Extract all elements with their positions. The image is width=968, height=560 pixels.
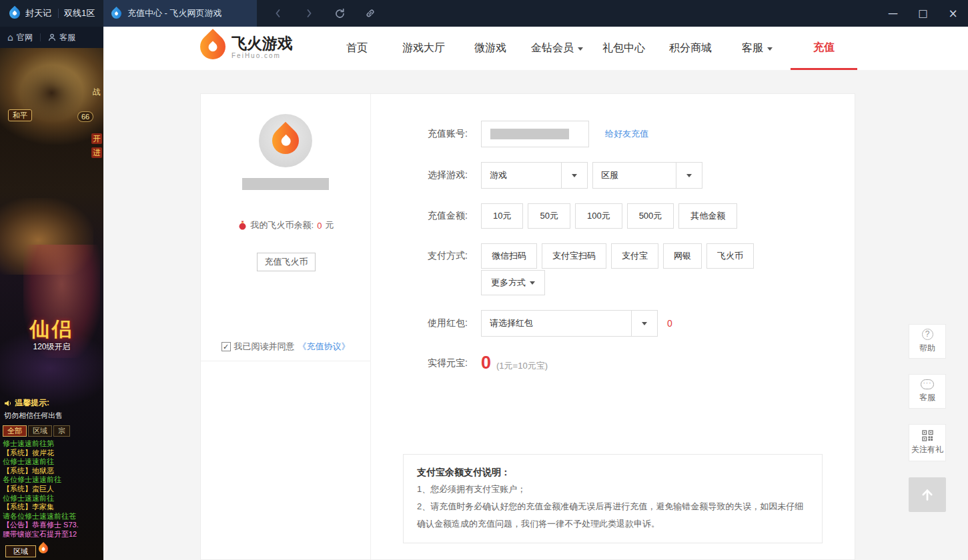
level-badge: 66 (77, 111, 93, 122)
official-site-label: 官网 (17, 32, 33, 43)
game-tab-fengtianji[interactable]: 封天记 (25, 0, 51, 27)
account-input[interactable] (481, 121, 589, 147)
redpacket-select[interactable]: 请选择红包 (481, 310, 658, 337)
nav-item-vip[interactable]: 金钻会员 (524, 27, 590, 70)
chat-tab-all[interactable]: 全部 (3, 425, 27, 437)
recharge-agreement-link[interactable]: 《充值协议》 (298, 341, 350, 353)
minimize-button[interactable]: — (878, 0, 908, 27)
refresh-icon (334, 8, 346, 19)
redpacket-row: 使用红包: 请选择红包 0 (401, 310, 672, 337)
chat-message: 【系统】李家集 (3, 503, 103, 512)
game-tab-server[interactable]: 双线1区 (64, 0, 95, 27)
service-float-button[interactable]: ··· 客服 (909, 374, 946, 409)
home-icon: ⌂ (7, 32, 13, 43)
game-select[interactable]: 游戏 (481, 162, 588, 189)
nav-label: 微游戏 (474, 41, 506, 55)
side-banner[interactable]: 开 进 (91, 133, 102, 158)
recharge-feihuo-coin-button[interactable]: 充值飞火币 (257, 253, 316, 271)
amount-option-100[interactable]: 100元 (575, 203, 622, 229)
amount-row: 充值金额: 10元 50元 100元 500元 其他金额 (401, 203, 742, 229)
maximize-button[interactable]: □ (908, 0, 938, 27)
nav-item-points-mall[interactable]: 积分商城 (657, 27, 724, 70)
customer-service-button[interactable]: 客服 (41, 27, 83, 48)
nav-item-micro-games[interactable]: 微游戏 (457, 27, 524, 70)
titlebar: 封天记 双线1区 充值中心 - 飞火网页游戏 — □ × (0, 0, 968, 27)
more-methods-row: 更多方式 (481, 270, 545, 295)
nav-item-game-hall[interactable]: 游戏大厅 (390, 27, 457, 70)
game-sidebar: ⌂ 官网 客服 和平 66 战 开 进 仙侣 120级开启 (0, 27, 103, 560)
pay-method-label: 支付方式: (401, 250, 468, 262)
recharge-for-friend-link[interactable]: 给好友充值 (605, 128, 648, 140)
chat-log: 修士速速前往第 【系统】彼岸花 位修士速速前往 【系统】地狱恶 各位修士速速前往… (3, 439, 103, 539)
redpacket-count: 0 (667, 318, 672, 329)
page-background: 我的飞火币余额: 0 元 充值飞火币 ✓ 我已阅读并同意 《充值协议》 充值账号… (103, 70, 968, 560)
nav-label: 积分商城 (669, 41, 712, 55)
avatar (259, 114, 312, 167)
chat-tab-sect[interactable]: 宗 (53, 425, 70, 437)
back-button[interactable] (271, 6, 286, 21)
region-button[interactable]: 区域 (5, 545, 36, 557)
follow-button[interactable]: 关注有礼 (909, 424, 946, 461)
forward-icon (304, 8, 314, 19)
close-button[interactable]: × (938, 0, 968, 27)
notice-tip-text: 切勿相信任何出售 (4, 411, 63, 421)
nav-item-recharge[interactable]: 充值 (791, 27, 857, 70)
question-icon: ? (922, 329, 933, 340)
person-icon (48, 33, 56, 41)
site-logo-title: 飞火游戏 (231, 35, 293, 52)
qr-code-icon (922, 430, 933, 441)
caret-down-icon (686, 174, 692, 180)
nav-label: 首页 (346, 41, 368, 55)
chat-tab-region[interactable]: 区域 (28, 425, 52, 437)
chat-message: 【公告】恭喜修士 S73. (3, 521, 103, 530)
link-button[interactable] (363, 6, 378, 21)
nav-item-gift-center[interactable]: 礼包中心 (590, 27, 657, 70)
nav-label: 游戏大厅 (402, 41, 445, 55)
pay-wechat-scan[interactable]: 微信扫码 (481, 243, 537, 269)
side-banner-item[interactable]: 进 (91, 147, 102, 158)
pay-alipay-scan[interactable]: 支付宝扫码 (542, 243, 606, 269)
nav-label: 礼包中心 (602, 41, 645, 55)
arrow-up-icon (920, 487, 935, 502)
game-select-caret[interactable] (561, 163, 587, 188)
server-select[interactable]: 区服 (592, 162, 702, 189)
help-button[interactable]: ? 帮助 (909, 324, 946, 359)
redpacket-label: 使用红包: (401, 317, 468, 329)
browser-nav (271, 0, 378, 27)
forward-button[interactable] (302, 6, 316, 21)
balance-value: 0 (317, 221, 322, 231)
nav-item-home[interactable]: 首页 (324, 27, 390, 70)
page-favicon-icon (109, 6, 123, 20)
server-select-caret[interactable] (676, 163, 702, 188)
more-pay-methods-button[interactable]: 更多方式 (481, 270, 545, 295)
peace-badge: 和平 (8, 109, 32, 121)
page-tab-recharge[interactable]: 充值中心 - 飞火网页游戏 (103, 0, 257, 27)
account-label: 充值账号: (401, 128, 468, 140)
official-site-button[interactable]: ⌂ 官网 (0, 27, 40, 48)
amount-option-other[interactable]: 其他金额 (678, 203, 737, 229)
account-redacted-bar (490, 129, 569, 139)
amount-label: 充值金额: (401, 210, 468, 222)
pay-feihuo-coin[interactable]: 飞火币 (706, 243, 754, 269)
amount-option-500[interactable]: 500元 (627, 203, 674, 229)
redpacket-select-caret[interactable] (631, 311, 657, 336)
pay-netbank[interactable]: 网银 (663, 243, 702, 269)
more-pay-methods-label: 更多方式 (491, 277, 526, 289)
nav-item-service[interactable]: 客服 (724, 27, 791, 70)
back-to-top-button[interactable] (909, 477, 946, 512)
link-icon (365, 8, 376, 19)
refresh-button[interactable] (332, 6, 347, 21)
chat-message: 各位修士速速前往 (3, 475, 103, 485)
back-icon (273, 8, 284, 19)
amount-option-50[interactable]: 50元 (528, 203, 570, 229)
yuanbao-row: 实得元宝: 0 (1元=10元宝) (401, 354, 548, 372)
war-label: 战 (93, 87, 101, 98)
site-logo-subtitle: FeiHuo.com (231, 52, 293, 59)
site-logo[interactable]: 飞火游戏 FeiHuo.com (200, 34, 293, 59)
agree-checkbox[interactable]: ✓ (221, 342, 231, 351)
yuanbao-label: 实得元宝: (401, 357, 468, 369)
pay-alipay[interactable]: 支付宝 (611, 243, 658, 269)
account-row: 充值账号: 给好友充值 (401, 121, 648, 147)
side-banner-item[interactable]: 开 (91, 133, 102, 144)
amount-option-10[interactable]: 10元 (481, 203, 523, 229)
